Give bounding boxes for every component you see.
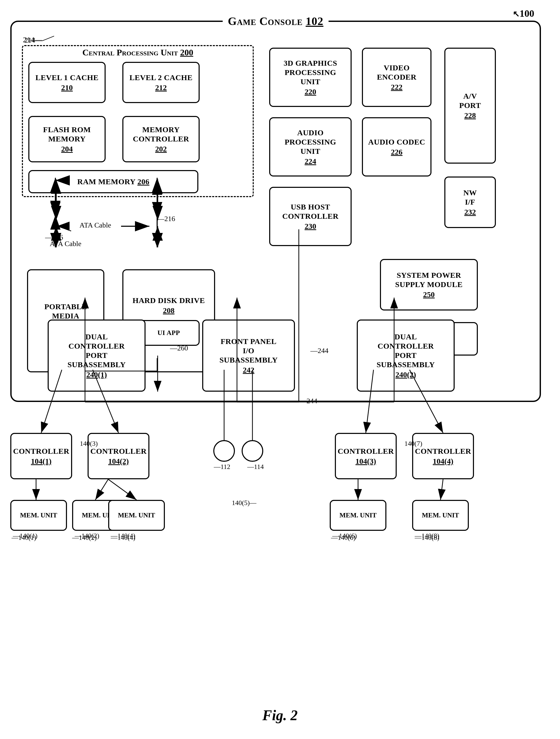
audio-processing-label: AudioProcessingUnit <box>285 128 336 156</box>
mem-unit-1-label: Mem. Unit <box>20 511 57 519</box>
controller-2-ref: 104(2) <box>108 457 129 466</box>
flash-rom-ref: 204 <box>61 145 73 153</box>
ram-memory-box: RAM Memory 206 <box>28 170 198 193</box>
audio-processing-ref: 224 <box>305 157 316 166</box>
front-panel-box: Front PanelI/OSubassembly 242 <box>202 319 295 392</box>
mem-unit-5-box: Mem. Unit <box>412 500 469 531</box>
ata-cable-label: ATA Cable <box>48 240 83 248</box>
flash-rom-box: Flash ROMMemory 204 <box>28 116 106 162</box>
level2-cache-box: Level 2 Cache 212 <box>122 62 200 103</box>
hard-disk-ref: 208 <box>163 306 175 315</box>
mem-unit-5-label: Mem. Unit <box>422 511 459 519</box>
svg-line-34 <box>108 479 137 500</box>
usb-host-ref: 230 <box>305 222 316 231</box>
audio-processing-box: AudioProcessingUnit 224 <box>269 117 352 176</box>
mem-unit-3-box: Mem. Unit <box>108 500 165 531</box>
controller-4-ref: 104(4) <box>433 457 453 466</box>
svg-text:—114: —114 <box>247 463 264 470</box>
av-port-label: A/VPort <box>459 92 481 110</box>
game-console-box: Game Console 102 214— Central Processing… <box>10 21 541 402</box>
memory-controller-box: MemoryController 202 <box>122 116 200 162</box>
game-console-title: Game Console 102 <box>222 15 329 28</box>
controller-4-box: Controller 104(4) <box>412 433 474 479</box>
controller-4-label: Controller <box>415 447 471 456</box>
nw-if-label: NWI/F <box>463 188 477 207</box>
controller-2-box: Controller 104(2) <box>87 433 149 479</box>
memory-controller-ref: 202 <box>155 145 167 153</box>
ref-100: ↖100 <box>513 8 534 19</box>
front-panel-label: Front PanelI/OSubassembly <box>219 337 278 364</box>
mem-unit-4-label: Mem. Unit <box>340 511 377 519</box>
graphics-ref: 220 <box>305 87 316 96</box>
mem-unit-3-ref: —140(4) <box>111 532 135 540</box>
audio-codec-box: Audio Codec 226 <box>362 117 431 176</box>
controller-1-box: Controller 104(1) <box>10 433 72 479</box>
memory-controller-label: MemoryController <box>133 125 189 144</box>
usb-host-box: USB HostController 230 <box>269 187 352 246</box>
controller-3-label: Controller <box>338 447 394 456</box>
mem-unit-4-ref: —140(6) <box>332 532 357 540</box>
hard-disk-label: Hard Disk Drive <box>133 296 205 305</box>
controller-1-label: Controller <box>13 447 69 456</box>
graphics-box: 3D GraphicsProcessingUnit 220 <box>269 48 352 107</box>
ram-memory-label: RAM Memory 206 <box>77 177 149 186</box>
level2-cache-label: Level 2 Cache <box>130 73 193 82</box>
controller-3-ref: 104(3) <box>356 457 376 466</box>
usb-host-label: USB HostController <box>282 202 339 221</box>
mem-unit-2-ref: —140(2) <box>75 532 99 540</box>
dual-ctrl-1-label: DualControllerPortSubassembly <box>67 332 126 369</box>
sys-power-label: System PowerSupply Module <box>395 271 462 289</box>
nw-if-ref: 232 <box>464 208 476 216</box>
level2-cache-ref: 212 <box>155 83 167 92</box>
cpu-header: Central Processing Unit 200 <box>27 48 248 57</box>
controller-1-ref: 104(1) <box>31 457 51 466</box>
mem-unit-5-ref: —140(8) <box>415 532 439 540</box>
svg-text:140(5)—: 140(5)— <box>232 499 256 506</box>
av-port-ref: 228 <box>464 111 476 120</box>
svg-text:—112: —112 <box>213 463 230 470</box>
svg-line-33 <box>95 479 108 500</box>
ui-app-label: UI App <box>157 329 180 337</box>
av-port-box: A/VPort 228 <box>444 48 496 164</box>
dual-ctrl-2-box: DualControllerPortSubassembly 240(2) <box>357 319 455 392</box>
mem-unit-3-label: Mem. Unit <box>118 511 155 519</box>
dual-ctrl-1-box: DualControllerPortSubassembly 240(1) <box>48 319 146 392</box>
mem-unit-1-box: Mem. Unit <box>10 500 67 531</box>
fig-label: Fig. 2 <box>262 707 298 724</box>
dashed-area-ref: 214— <box>23 35 42 44</box>
video-encoder-box: VideoEncoder 222 <box>362 48 431 107</box>
svg-point-42 <box>214 441 234 461</box>
svg-point-43 <box>242 441 263 461</box>
level1-cache-label: Level 1 Cache <box>35 73 99 82</box>
level1-cache-ref: 210 <box>61 83 73 92</box>
level1-cache-box: Level 1 Cache 210 <box>28 62 106 103</box>
video-encoder-ref: 222 <box>391 83 403 92</box>
graphics-label: 3D GraphicsProcessingUnit <box>284 58 337 86</box>
mem-unit-4-box: Mem. Unit <box>330 500 386 531</box>
controller-3-box: Controller 104(3) <box>335 433 397 479</box>
video-encoder-label: VideoEncoder <box>377 63 416 82</box>
controller-2-label: Controller <box>90 447 147 456</box>
sys-power-box: System PowerSupply Module 250 <box>380 259 478 310</box>
audio-codec-ref: 226 <box>391 148 403 156</box>
audio-codec-label: Audio Codec <box>368 137 425 147</box>
sys-power-ref: 250 <box>423 290 435 299</box>
mem-unit-1-ref: —140(1) <box>13 532 37 540</box>
ui-app-box: UI App <box>138 320 200 346</box>
front-panel-ref: 242 <box>243 365 254 375</box>
nw-if-box: NWI/F 232 <box>444 176 496 228</box>
dual-ctrl-1-ref: 240(1) <box>86 370 107 379</box>
flash-rom-label: Flash ROMMemory <box>43 125 91 144</box>
dual-ctrl-2-label: DualControllerPortSubassembly <box>377 332 435 369</box>
dual-ctrl-2-ref: 240(2) <box>395 370 416 379</box>
ref-244-label: —244 <box>311 346 329 355</box>
svg-line-40 <box>440 479 443 500</box>
